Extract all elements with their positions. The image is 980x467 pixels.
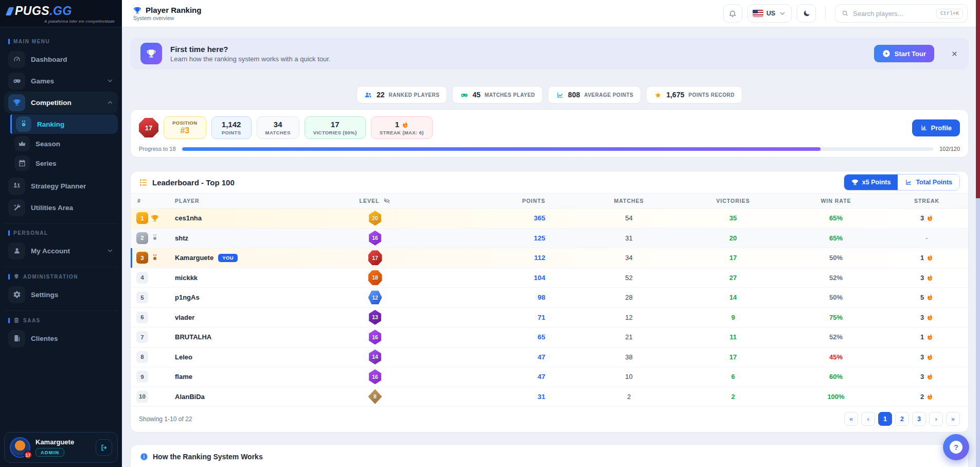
- stat-pill: 45MATCHES PLAYED: [452, 86, 543, 103]
- rank-cell: 10: [131, 391, 167, 403]
- table-row[interactable]: 2shtz16125312065%-: [131, 229, 968, 249]
- scrollbar-thumb[interactable]: [976, 0, 980, 198]
- sidebar-item-utilities-area[interactable]: Utilities Area: [4, 197, 118, 218]
- topbar: Player Ranking System overview US Ctrl+K: [122, 0, 980, 27]
- country-code: US: [767, 10, 775, 17]
- search-input[interactable]: [853, 10, 932, 18]
- eye-off-icon[interactable]: [383, 197, 390, 204]
- close-banner-button[interactable]: [951, 50, 958, 58]
- sidebar-item-label: Utilities Area: [31, 204, 114, 212]
- table-row[interactable]: 10AlanBiDa83122100%2: [131, 387, 968, 407]
- player-cell: KamargueteYOU: [167, 254, 331, 262]
- tools-icon: [13, 203, 21, 212]
- rank-cell: 6: [131, 312, 167, 323]
- first-page-button[interactable]: «: [844, 412, 858, 426]
- player-pill-victories: 17VICTORIES (50%): [305, 116, 366, 139]
- victories-cell: 14: [680, 293, 787, 301]
- rank-cell: 1: [131, 212, 167, 224]
- previous-page-button[interactable]: ‹: [861, 412, 875, 426]
- user-card[interactable]: 17 Kamarguete ADMIN: [4, 432, 118, 463]
- matches-cell: 54: [578, 214, 680, 222]
- streak-cell: 3: [885, 353, 968, 361]
- level-badge: 13: [368, 310, 382, 325]
- player-cell: mickkk: [167, 274, 331, 282]
- winrate-cell: 65%: [787, 234, 885, 242]
- player-name: ces1nha: [175, 214, 202, 222]
- page-subtitle: System overview: [133, 15, 201, 21]
- logout-button[interactable]: [96, 439, 112, 456]
- total-points-button[interactable]: Total Points: [898, 175, 959, 190]
- sidebar-item-season[interactable]: Season: [10, 134, 118, 153]
- section-label: MAIN MENU: [4, 37, 118, 48]
- sidebar-item-competition[interactable]: Competition: [4, 92, 118, 113]
- player-name: Leleo: [175, 353, 192, 361]
- trophy-icon: [8, 94, 25, 111]
- language-selector[interactable]: US: [747, 4, 792, 23]
- sidebar-item-series[interactable]: Series: [10, 153, 118, 173]
- table-body: 1ces1nha20365543565%32shtz16125312065%-3…: [131, 209, 968, 407]
- column-header-victories: VICTORIES: [680, 198, 787, 204]
- help-button[interactable]: ?: [943, 434, 969, 460]
- page-button-2[interactable]: 2: [895, 412, 909, 426]
- points-cell[interactable]: 98: [419, 293, 578, 301]
- dark-mode-toggle[interactable]: [797, 4, 816, 23]
- dashboard-icon: [13, 55, 21, 63]
- table-row[interactable]: 3KamargueteYOU17112341750%1: [131, 248, 968, 268]
- sidebar-item-dashboard[interactable]: Dashboard: [4, 48, 118, 70]
- table-row[interactable]: 6vlader137112975%3: [131, 308, 968, 328]
- next-page-button[interactable]: ›: [929, 412, 943, 426]
- table-row[interactable]: 9flame164710660%3: [131, 367, 968, 387]
- notifications-button[interactable]: [723, 4, 742, 23]
- sidebar-item-label: Competition: [31, 99, 101, 107]
- sidebar-item-label: Season: [35, 140, 114, 148]
- table-row[interactable]: 4mickkk18104522752%3: [131, 268, 968, 288]
- building-icon: [8, 330, 25, 347]
- page-title: Player Ranking: [146, 6, 201, 14]
- last-page-button[interactable]: »: [946, 412, 960, 426]
- ranking-info-card: How the Ranking System Works: [130, 444, 969, 467]
- points-cell[interactable]: 31: [419, 393, 578, 401]
- points-cell[interactable]: 365: [419, 214, 578, 222]
- streak-cell: -: [885, 234, 968, 242]
- matches-cell: 12: [578, 314, 680, 321]
- level-badge: 8: [368, 389, 382, 404]
- x5-points-button[interactable]: x5 Points: [844, 175, 898, 190]
- profile-button[interactable]: Profile: [912, 119, 960, 136]
- points-cell[interactable]: 112: [419, 254, 578, 262]
- points-cell[interactable]: 47: [419, 373, 578, 380]
- points-cell[interactable]: 47: [419, 353, 578, 361]
- table-row[interactable]: 1ces1nha20365543565%3: [131, 209, 968, 229]
- points-cell[interactable]: 65: [419, 333, 578, 341]
- table-row[interactable]: 5p1ngAs1298281450%5: [131, 288, 968, 308]
- sidebar-item-clientes[interactable]: Clientes: [4, 327, 118, 349]
- page-button-1[interactable]: 1: [878, 412, 892, 426]
- section-label: PERSONAL: [4, 228, 118, 240]
- sidebar-item-my-account[interactable]: My Account: [4, 240, 118, 262]
- logo[interactable]: PUGS .GG A plataforma líder em competiti…: [0, 0, 122, 27]
- stat-pill: 808AVERAGE POINTS: [548, 86, 641, 103]
- sidebar-item-strategy-planner[interactable]: Strategy Planner: [4, 175, 118, 197]
- victories-cell: 17: [680, 353, 787, 361]
- player-name: mickkk: [175, 274, 198, 282]
- progress-bar: [182, 147, 934, 151]
- table-row[interactable]: 7BRUTALHA1665211152%1: [131, 327, 968, 348]
- sidebar-item-games[interactable]: Games: [4, 70, 118, 92]
- level-cell: 16: [331, 231, 419, 246]
- table-row[interactable]: 8Leleo1447381745%3: [131, 348, 968, 368]
- sidebar-item-settings[interactable]: Settings: [4, 284, 118, 305]
- section-accent-bar: [8, 39, 10, 44]
- page-button-3[interactable]: 3: [912, 412, 926, 426]
- search-box[interactable]: Ctrl+K: [835, 4, 968, 23]
- streak-cell: 1: [885, 254, 968, 262]
- points-cell[interactable]: 125: [419, 234, 578, 242]
- page-scrollbar[interactable]: [976, 0, 980, 467]
- victories-cell: 17: [680, 254, 787, 262]
- progress-label: Progress to 18: [139, 146, 176, 152]
- start-tour-button[interactable]: Start Tour: [874, 45, 934, 62]
- ranking-info-header[interactable]: How the Ranking System Works: [131, 445, 968, 467]
- points-cell[interactable]: 71: [419, 314, 578, 321]
- winrate-cell: 100%: [787, 393, 885, 401]
- sidebar-item-ranking[interactable]: Ranking: [10, 114, 118, 134]
- streak-cell: 5: [885, 293, 968, 301]
- points-cell[interactable]: 104: [419, 274, 578, 282]
